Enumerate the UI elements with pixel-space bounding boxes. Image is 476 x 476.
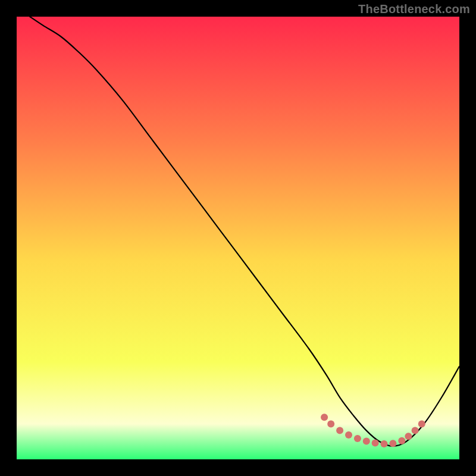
sweet-spot-marker bbox=[412, 427, 419, 434]
sweet-spot-marker bbox=[398, 437, 405, 444]
sweet-spot-marker bbox=[372, 440, 379, 447]
sweet-spot-marker bbox=[321, 414, 328, 421]
watermark-text: TheBottleneck.com bbox=[358, 2, 470, 16]
plot-area bbox=[17, 17, 459, 459]
gradient-background bbox=[17, 17, 459, 459]
sweet-spot-marker bbox=[354, 435, 361, 442]
sweet-spot-marker bbox=[405, 433, 412, 440]
sweet-spot-marker bbox=[363, 438, 370, 445]
sweet-spot-marker bbox=[336, 427, 343, 434]
sweet-spot-marker bbox=[381, 440, 388, 447]
sweet-spot-marker bbox=[389, 440, 396, 447]
chart-frame: TheBottleneck.com bbox=[0, 0, 476, 476]
bottleneck-curve-chart bbox=[17, 17, 459, 459]
sweet-spot-marker bbox=[418, 421, 425, 428]
sweet-spot-marker bbox=[327, 421, 334, 428]
sweet-spot-marker bbox=[345, 431, 352, 439]
